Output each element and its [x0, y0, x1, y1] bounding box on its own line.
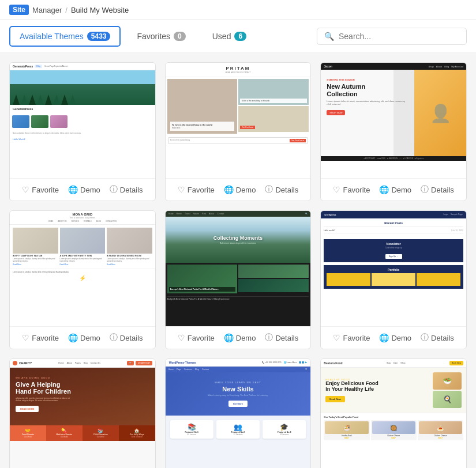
theme-collecting-actions: ♡ Favorite 🌐 Demo ⓘ Details: [166, 326, 311, 349]
favorite-pritam-btn[interactable]: ♡ Favorite: [178, 185, 215, 194]
heart-icon: ♡: [333, 185, 340, 194]
demo-label: Demo: [80, 334, 100, 342]
heart-icon: ♡: [178, 333, 185, 342]
theme-jaxon-actions: ♡ Favorite 🌐 Demo ⓘ Details: [321, 178, 466, 201]
theme-card-charity: CHARITY HomeAboutPagesBlogContact Us 🔍 D…: [9, 358, 156, 468]
header: Available Themes 5433 Favorites 0 Used 6…: [0, 20, 476, 53]
globe-icon: 🌐: [379, 333, 389, 342]
info-icon: ⓘ: [421, 184, 429, 195]
demo-label: Demo: [391, 334, 411, 342]
theme-card-pritam: PRITAM HOME ABOUT BLOG CONTACT To live i…: [165, 62, 312, 201]
tab-available-label: Available Themes: [20, 32, 84, 41]
themes-grid: GeneratePress Blog HomePageTopicListAbou…: [0, 53, 476, 468]
demo-jaxon-btn[interactable]: 🌐 Demo: [379, 185, 411, 194]
info-icon: ⓘ: [110, 184, 118, 195]
theme-preview-wpthemes[interactable]: WordPress-Themes 📞 +00 000 0000 000 🌐 Le…: [166, 359, 311, 468]
breadcrumb-manager[interactable]: Manager: [32, 6, 62, 14]
search-box[interactable]: 🔍: [317, 28, 467, 45]
globe-icon: 🌐: [224, 185, 234, 194]
breadcrumb-separator: /: [65, 6, 68, 14]
details-mona-btn[interactable]: ⓘ Details: [110, 333, 143, 343]
theme-card-mona: MONA GRID This is awesome blog theme. HO…: [9, 210, 156, 349]
demo-pritam-btn[interactable]: 🌐 Demo: [224, 185, 256, 194]
search-icon: 🔍: [324, 32, 334, 41]
details-label: Details: [120, 186, 143, 194]
theme-preview-mona[interactable]: MONA GRID This is awesome blog theme. HO…: [10, 211, 155, 326]
details-generatepress-btn[interactable]: ⓘ Details: [110, 184, 143, 195]
theme-preview-food[interactable]: Bestora Food StayDineShop Book Now HEALT…: [321, 359, 466, 468]
theme-card-food: Bestora Food StayDineShop Book Now HEALT…: [320, 358, 467, 468]
favorite-label: Favorite: [188, 186, 215, 194]
theme-preview-collecting[interactable]: ScateHomeTravelNaturePostAboutContact🔍 C…: [166, 211, 311, 326]
favorite-label: Favorite: [343, 334, 370, 342]
theme-card-jaxon: Jaxon Shop About Blog My Account STARTIN…: [320, 62, 467, 201]
favorite-jaxon-btn[interactable]: ♡ Favorite: [333, 185, 370, 194]
theme-preview-pritam[interactable]: PRITAM HOME ABOUT BLOG CONTACT To live i…: [166, 63, 311, 178]
favorite-mona-btn[interactable]: ♡ Favorite: [22, 333, 59, 342]
details-blog-btn[interactable]: ⓘ Details: [421, 333, 454, 343]
info-icon: ⓘ: [421, 333, 429, 343]
favorites-count-badge: 0: [174, 32, 186, 41]
theme-blog-actions: ♡ Favorite 🌐 Demo ⓘ Details: [321, 326, 466, 349]
favorite-label: Favorite: [188, 334, 215, 342]
details-label: Details: [275, 186, 298, 194]
site-badge: Site: [9, 5, 29, 15]
heart-icon: ♡: [22, 333, 29, 342]
theme-preview-jaxon[interactable]: Jaxon Shop About Blog My Account STARTIN…: [321, 63, 466, 178]
theme-card-generatepress: GeneratePress Blog HomePageTopicListAbou…: [9, 62, 156, 201]
details-label: Details: [431, 334, 454, 342]
tab-available-themes[interactable]: Available Themes 5433: [9, 26, 121, 47]
globe-icon: 🌐: [379, 185, 389, 194]
info-icon: ⓘ: [265, 184, 273, 195]
tab-favorites-label: Favorites: [137, 32, 170, 41]
theme-preview-generatepress[interactable]: GeneratePress Blog HomePageTopicListAbou…: [10, 63, 155, 178]
demo-mona-btn[interactable]: 🌐 Demo: [68, 333, 100, 342]
used-count-badge: 6: [234, 32, 246, 41]
details-pritam-btn[interactable]: ⓘ Details: [265, 184, 298, 195]
search-input[interactable]: [339, 32, 459, 41]
favorite-label: Favorite: [32, 334, 59, 342]
theme-preview-charity[interactable]: CHARITY HomeAboutPagesBlogContact Us 🔍 D…: [10, 359, 155, 468]
theme-card-wpthemes: WordPress-Themes 📞 +00 000 0000 000 🌐 Le…: [165, 358, 312, 468]
demo-blog-btn[interactable]: 🌐 Demo: [379, 333, 411, 342]
top-bar: Site Manager / Build My Website: [0, 0, 476, 20]
demo-collecting-btn[interactable]: 🌐 Demo: [224, 333, 256, 342]
theme-card-blog: wordpress Login Sample Page Recent Posts…: [320, 210, 467, 349]
heart-icon: ♡: [178, 185, 185, 194]
heart-icon: ♡: [333, 333, 340, 342]
theme-preview-blog[interactable]: wordpress Login Sample Page Recent Posts…: [321, 211, 466, 326]
theme-pritam-actions: ♡ Favorite 🌐 Demo ⓘ Details: [166, 178, 311, 201]
globe-icon: 🌐: [224, 333, 234, 342]
info-icon: ⓘ: [110, 333, 118, 343]
globe-icon: 🌐: [68, 333, 78, 342]
favorite-generatepress-btn[interactable]: ♡ Favorite: [22, 185, 59, 194]
page-title: Build My Website: [71, 6, 129, 14]
available-count-badge: 5433: [87, 32, 111, 41]
demo-label: Demo: [391, 186, 411, 194]
tab-used[interactable]: Used 6: [202, 26, 257, 47]
theme-mona-actions: ♡ Favorite 🌐 Demo ⓘ Details: [10, 326, 155, 349]
details-collecting-btn[interactable]: ⓘ Details: [265, 333, 298, 343]
theme-generatepress-actions: ♡ Favorite 🌐 Demo ⓘ Details: [10, 178, 155, 201]
tab-favorites[interactable]: Favorites 0: [126, 26, 196, 47]
tab-used-label: Used: [212, 32, 231, 41]
heart-icon: ♡: [22, 185, 29, 194]
favorite-label: Favorite: [32, 186, 59, 194]
details-label: Details: [120, 334, 143, 342]
demo-label: Demo: [236, 186, 256, 194]
favorite-blog-btn[interactable]: ♡ Favorite: [333, 333, 370, 342]
globe-icon: 🌐: [68, 185, 78, 194]
favorite-label: Favorite: [343, 186, 370, 194]
details-jaxon-btn[interactable]: ⓘ Details: [421, 184, 454, 195]
demo-generatepress-btn[interactable]: 🌐 Demo: [68, 185, 100, 194]
theme-card-collecting: ScateHomeTravelNaturePostAboutContact🔍 C…: [165, 210, 312, 349]
favorite-collecting-btn[interactable]: ♡ Favorite: [178, 333, 215, 342]
demo-label: Demo: [236, 334, 256, 342]
details-label: Details: [275, 334, 298, 342]
info-icon: ⓘ: [265, 333, 273, 343]
demo-label: Demo: [80, 186, 100, 194]
details-label: Details: [431, 186, 454, 194]
